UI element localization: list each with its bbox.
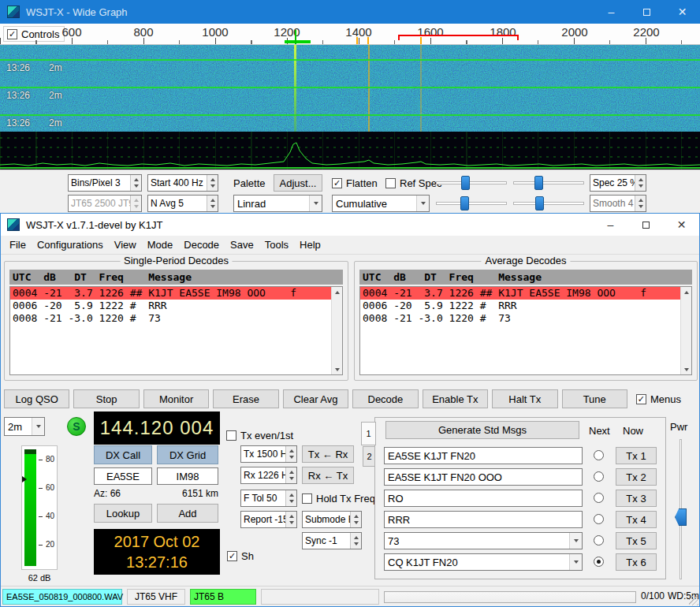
rx-from-tx-button[interactable]: Rx ← Tx: [302, 467, 354, 484]
spin-up-icon[interactable]: [289, 449, 294, 452]
menu-view[interactable]: View: [109, 236, 142, 255]
flatten-checkbox[interactable]: ✓ Flatten: [332, 177, 378, 189]
rx-freq-spinner[interactable]: Rx 1226 Hz: [240, 467, 297, 484]
menu-file[interactable]: File: [4, 236, 32, 255]
menu-configurations[interactable]: Configurations: [32, 236, 109, 255]
tx1-message-field[interactable]: EA5SE K1JT FN20: [384, 447, 583, 464]
dx-grid-button[interactable]: DX Grid: [157, 445, 218, 464]
spin-down-icon[interactable]: [289, 456, 294, 459]
scrollbar[interactable]: [331, 287, 342, 374]
tx4-message-field[interactable]: RRR: [384, 511, 583, 528]
scrollbar[interactable]: [680, 287, 691, 374]
decode-row[interactable]: 0004 -21 3.7 1226 ## K1JT EA5SE IM98 OOO…: [10, 287, 331, 300]
tx4-next-radio[interactable]: [594, 514, 604, 524]
tx1-next-radio[interactable]: [594, 450, 604, 460]
clear-avg-button[interactable]: Clear Avg: [283, 389, 348, 408]
waterfall-display[interactable]: 13:26 2m 13:26 2m 13:26 2m: [0, 45, 700, 132]
scroll-down-icon[interactable]: [335, 368, 340, 371]
tx3-now-button[interactable]: Tx 3: [616, 490, 657, 507]
tx5-now-button[interactable]: Tx 5: [616, 532, 657, 549]
frequency-scale[interactable]: ✓ Controls 600 800 1000 1200 1400 1600 1…: [0, 24, 700, 45]
decode-row[interactable]: 0006 -20 5.9 1222 # RRR: [10, 300, 331, 312]
decode-row[interactable]: 0008 -21 -3.0 1220 # 73: [10, 312, 331, 325]
tx5-next-radio[interactable]: [594, 535, 604, 546]
spin-down-icon[interactable]: [210, 184, 215, 188]
spectrum-gain-slider[interactable]: [436, 195, 507, 212]
close-button[interactable]: ✕: [664, 214, 699, 236]
tx3-message-field[interactable]: RO: [384, 490, 583, 507]
scroll-up-icon[interactable]: [335, 291, 340, 294]
tx2-now-button[interactable]: Tx 2: [616, 468, 657, 486]
menus-checkbox[interactable]: ✓ Menus: [636, 393, 696, 405]
hold-tx-freq-checkbox[interactable]: Hold Tx Freq: [302, 493, 375, 505]
log-qso-button[interactable]: Log QSO: [4, 389, 69, 408]
spin-up-icon[interactable]: [210, 199, 215, 202]
tx2-next-radio[interactable]: [594, 471, 604, 482]
report-spinner[interactable]: Report -15: [240, 511, 297, 528]
menu-save[interactable]: Save: [225, 236, 259, 255]
spectrum-zero-slider[interactable]: [513, 195, 584, 212]
n-avg-spinner[interactable]: N Avg 5: [147, 195, 218, 212]
minimize-button[interactable]: –: [593, 214, 628, 236]
spin-down-icon[interactable]: [289, 477, 294, 480]
minimize-button[interactable]: –: [594, 0, 629, 24]
spin-up-icon[interactable]: [134, 178, 139, 181]
spin-down-icon[interactable]: [639, 205, 643, 208]
decode-list[interactable]: 0004 -21 3.7 1226 ## K1JT EA5SE IM98 OOO…: [9, 286, 343, 375]
spin-down-icon[interactable]: [289, 500, 294, 503]
decode-row[interactable]: 0008 -21 -3.0 1220 # 73: [360, 312, 680, 325]
tx6-now-button[interactable]: Tx 6: [616, 553, 657, 571]
tx-freq-spinner[interactable]: Tx 1500 Hz: [240, 445, 297, 463]
slider-handle[interactable]: [461, 176, 470, 190]
spin-down-icon[interactable]: [639, 184, 643, 188]
decode-row[interactable]: 0004 -21 3.7 1226 ## K1JT EA5SE IM98 OOO…: [360, 287, 680, 300]
dx-grid-field[interactable]: IM98: [157, 467, 218, 485]
smooth-spinner[interactable]: Smooth 4: [590, 195, 646, 212]
f-tol-spinner[interactable]: F Tol 50: [240, 490, 297, 507]
menu-decode[interactable]: Decode: [178, 236, 225, 255]
spin-up-icon[interactable]: [354, 515, 359, 518]
erase-button[interactable]: Erase: [213, 389, 278, 408]
tx-even-checkbox[interactable]: Tx even/1st: [226, 430, 293, 441]
tune-button[interactable]: Tune: [562, 389, 627, 408]
decode-button[interactable]: Decode: [352, 389, 418, 408]
spin-down-icon[interactable]: [289, 521, 294, 524]
waterfall-gain-slider[interactable]: [436, 174, 507, 192]
menu-mode[interactable]: Mode: [142, 236, 179, 255]
spin-down-icon[interactable]: [354, 542, 359, 546]
tx-from-rx-button[interactable]: Tx ← Rx: [302, 445, 354, 463]
stop-button[interactable]: Stop: [73, 389, 139, 408]
dx-call-button[interactable]: DX Call: [94, 445, 152, 464]
pwr-slider-handle[interactable]: [675, 508, 687, 526]
tab-1[interactable]: 1: [361, 422, 376, 445]
spin-down-icon[interactable]: [210, 205, 215, 208]
pwr-slider[interactable]: [674, 439, 687, 579]
adjust-button[interactable]: Adjust...: [274, 174, 322, 192]
tx5-message-combo[interactable]: 73: [384, 532, 583, 549]
start-freq-spinner[interactable]: Start 400 Hz: [147, 174, 218, 192]
menu-tools[interactable]: Tools: [259, 236, 294, 255]
spec-percent-spinner[interactable]: Spec 25 %: [590, 174, 646, 192]
spectrum-mode-select[interactable]: Cumulative: [332, 195, 430, 212]
ref-spec-checkbox[interactable]: Ref Spec: [385, 177, 441, 189]
menu-help[interactable]: Help: [294, 236, 326, 255]
spin-down-icon[interactable]: [134, 184, 139, 188]
spin-up-icon[interactable]: [289, 493, 294, 497]
dx-call-field[interactable]: EA5SE: [94, 467, 152, 485]
band-select[interactable]: 2m: [4, 417, 45, 436]
palette-select[interactable]: Linrad: [233, 195, 322, 212]
enable-tx-button[interactable]: Enable Tx: [423, 389, 488, 408]
spin-down-icon[interactable]: [354, 521, 359, 524]
spin-up-icon[interactable]: [289, 471, 294, 474]
waterfall-zero-slider[interactable]: [513, 174, 584, 192]
scroll-down-icon[interactable]: [684, 368, 689, 371]
tx6-next-radio[interactable]: [594, 557, 604, 567]
decode-row[interactable]: 0006 -20 5.9 1222 # RRR: [360, 300, 680, 312]
spin-up-icon[interactable]: [289, 515, 294, 518]
sync-spinner[interactable]: Sync -1: [302, 532, 362, 549]
generate-std-msgs-button[interactable]: Generate Std Msgs: [385, 421, 579, 439]
tx6-message-combo[interactable]: CQ K1JT FN20: [384, 553, 583, 571]
close-button[interactable]: ✕: [665, 0, 700, 24]
spin-up-icon[interactable]: [354, 536, 359, 539]
slider-handle[interactable]: [460, 196, 469, 210]
